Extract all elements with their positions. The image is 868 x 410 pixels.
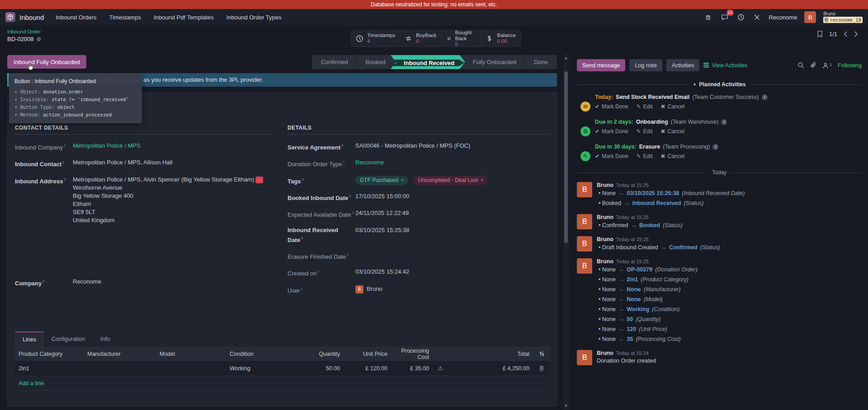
address-line: Westhorne Avenue bbox=[73, 184, 263, 192]
activities-clock-icon[interactable] bbox=[736, 13, 745, 22]
field-value-service-agreement[interactable]: SA00046 - Metropolitan Police / MPS (FOC… bbox=[355, 142, 470, 152]
stat-button-buyback[interactable]: BuyBack0 bbox=[400, 30, 441, 47]
field-value-user[interactable]: BBruno bbox=[355, 285, 382, 295]
search-messages-icon[interactable] bbox=[797, 62, 804, 69]
following-button[interactable]: Following bbox=[838, 62, 862, 69]
edit-activity-button[interactable]: ✎Edit bbox=[637, 103, 653, 110]
planned-activities-toggle[interactable]: ▼Planned Activities bbox=[693, 81, 746, 88]
mark-done-button[interactable]: ✔Mark Done bbox=[595, 153, 628, 159]
col-processing-cost[interactable]: Processing Cost bbox=[391, 348, 433, 360]
cell-total[interactable]: £ 4,250.00 bbox=[479, 365, 533, 372]
message-author: Bruno bbox=[597, 236, 613, 242]
tag-gtf-purchased[interactable]: GTF Purchased× bbox=[355, 176, 408, 185]
scroll-down-arrow[interactable]: ▼ bbox=[563, 403, 569, 409]
tag-remove-icon[interactable]: × bbox=[481, 176, 483, 184]
app-name[interactable]: Inbound bbox=[19, 14, 44, 21]
status-step-inbound-received[interactable]: Inbound Received bbox=[391, 60, 464, 66]
list-icon bbox=[703, 63, 709, 68]
cancel-activity-button[interactable]: ✖Cancel bbox=[661, 153, 684, 159]
inbound-fully-onboarded-button[interactable]: Inbound Fully Onboarded bbox=[7, 55, 86, 69]
field-value-donation-order-type[interactable]: Reconome bbox=[355, 158, 384, 168]
field-value-expected-available-date[interactable]: 24/11/2025 12:22:49 bbox=[355, 209, 409, 219]
view-activities-button[interactable]: View Activities bbox=[703, 62, 747, 69]
edit-activity-button[interactable]: ✎Edit bbox=[637, 153, 653, 159]
field-value-inbound-contact[interactable]: Metropolitan Police / MPS, Allison Hall bbox=[73, 158, 172, 168]
status-step-confirmed[interactable]: Confirmed bbox=[312, 55, 358, 69]
cancel-activity-button[interactable]: ✖Cancel bbox=[661, 103, 684, 110]
cell-product-category[interactable]: 2in1 bbox=[15, 365, 84, 372]
field-value-created-on[interactable]: 03/10/2025 15:24:42 bbox=[355, 268, 409, 278]
field-value-booked-inbound-date[interactable]: 17/10/2025 15:00:00 bbox=[355, 192, 409, 202]
log-note-button[interactable]: Log note bbox=[629, 59, 662, 71]
col-total[interactable]: Total bbox=[479, 351, 533, 357]
cell-condition[interactable]: Working bbox=[226, 365, 305, 372]
col-quantity[interactable]: Quantity bbox=[305, 351, 344, 357]
stat-button-balance[interactable]: Balance0.00 bbox=[481, 30, 520, 47]
pager-previous-button[interactable] bbox=[844, 31, 848, 37]
debug-bug-icon[interactable] bbox=[704, 13, 713, 22]
company-switcher[interactable]: Reconome bbox=[769, 14, 797, 21]
followers-button[interactable]: 1 bbox=[822, 62, 832, 69]
attachments-icon[interactable] bbox=[810, 62, 816, 69]
send-message-button[interactable]: Send message bbox=[577, 59, 625, 71]
user-avatar[interactable]: B bbox=[804, 11, 816, 23]
add-a-line-button[interactable]: Add a line bbox=[15, 380, 44, 387]
pager-next-button[interactable] bbox=[854, 31, 858, 37]
field-value-inbound-received-date[interactable]: 03/10/2025 15:25:38 bbox=[355, 226, 409, 244]
status-step-done[interactable]: Done bbox=[521, 55, 557, 69]
field-value-company[interactable]: Reconome bbox=[73, 278, 101, 288]
field-value-inbound-address[interactable]: Metropolitan Police / MPS, Alvin Spencer… bbox=[73, 176, 263, 224]
status-step-fully-onboarded[interactable]: Fully Onboarded bbox=[460, 55, 526, 69]
col-condition[interactable]: Condition bbox=[226, 351, 305, 357]
activities-button[interactable]: Activities bbox=[666, 59, 699, 71]
nav-menu-inbound-pdf-templates[interactable]: Inbound Pdf Templates bbox=[154, 14, 214, 21]
stat-button-bought-back[interactable]: Bought Back0 bbox=[442, 30, 481, 47]
tracking-change: None→50(Quantity) bbox=[597, 314, 698, 324]
scrollbar-thumb[interactable] bbox=[564, 71, 568, 243]
stat-button-timestamps[interactable]: Timestamps4 bbox=[351, 30, 400, 47]
tab-lines[interactable]: Lines bbox=[15, 331, 44, 347]
col-manufacturer[interactable]: Manufacturer bbox=[84, 351, 156, 357]
bookmark-icon[interactable] bbox=[817, 31, 823, 37]
nav-menu-timestamps[interactable]: Timestamps bbox=[109, 14, 141, 21]
tag-remove-icon[interactable]: × bbox=[401, 176, 404, 184]
user-mini-avatar: B bbox=[355, 285, 363, 294]
col-product-category[interactable]: Product Category bbox=[15, 351, 84, 357]
tracking-change: None→2in1(Product Category) bbox=[597, 275, 698, 284]
optional-columns-icon[interactable] bbox=[533, 351, 550, 357]
tag-uncompleted-deal-lost[interactable]: Uncompleted - Deal Lost× bbox=[414, 176, 488, 185]
mark-done-button[interactable]: ✔Mark Done bbox=[595, 128, 628, 135]
form-scrollbar[interactable]: ▲ ▼ bbox=[563, 54, 569, 410]
mark-done-button[interactable]: ✔Mark Done bbox=[595, 103, 628, 110]
clock-icon bbox=[737, 14, 745, 21]
col-model[interactable]: Model bbox=[156, 351, 226, 357]
table-row[interactable]: 2in1 Working 50.00 £ 120.00 £ 35.00 ⚠ £ … bbox=[15, 361, 550, 376]
edit-activity-button[interactable]: ✎Edit bbox=[637, 128, 653, 135]
scroll-up-arrow[interactable]: ▲ bbox=[563, 55, 569, 61]
tab-info[interactable]: Info bbox=[93, 331, 118, 347]
col-unit-price[interactable]: Unit Price bbox=[344, 351, 391, 357]
delete-row-button[interactable] bbox=[533, 365, 550, 371]
app-switcher-icon[interactable] bbox=[5, 12, 15, 22]
nav-menu-inbound-order-types[interactable]: Inbound Order Types bbox=[226, 14, 282, 21]
dev-tools-icon[interactable] bbox=[753, 13, 762, 22]
breadcrumb-parent[interactable]: Inbound Order bbox=[7, 29, 41, 34]
cross-icon: ✖ bbox=[661, 128, 665, 135]
tab-configuration[interactable]: Configuration bbox=[44, 331, 93, 347]
nav-menu-inbound-orders[interactable]: Inbound Orders bbox=[56, 14, 96, 21]
cancel-activity-button[interactable]: ✖Cancel bbox=[661, 128, 684, 135]
cell-quantity[interactable]: 50.00 bbox=[305, 365, 344, 372]
info-icon: i bbox=[712, 144, 718, 150]
status-step-booked[interactable]: Booked bbox=[353, 55, 396, 69]
gear-icon[interactable]: ⚙ bbox=[37, 36, 42, 42]
user-info[interactable]: Bruno reconome_18 bbox=[823, 11, 863, 23]
cell-processing-cost[interactable]: £ 35.00 bbox=[391, 365, 433, 372]
cell-unit-price[interactable]: £ 120.00 bbox=[344, 365, 391, 372]
activity-team: (Team Customer Success) bbox=[692, 94, 759, 100]
help-icon: ? bbox=[346, 253, 349, 257]
messages-icon[interactable]: 13 bbox=[720, 13, 729, 22]
internal-notes-badge[interactable]: ... bbox=[255, 177, 263, 183]
tracking-change: None→OP-00279(Donation Order) bbox=[597, 265, 698, 275]
field-value-inbound-company[interactable]: Metropolitan Police / MPS bbox=[73, 142, 141, 152]
activity-team: (Team Warehouse) bbox=[671, 119, 719, 125]
